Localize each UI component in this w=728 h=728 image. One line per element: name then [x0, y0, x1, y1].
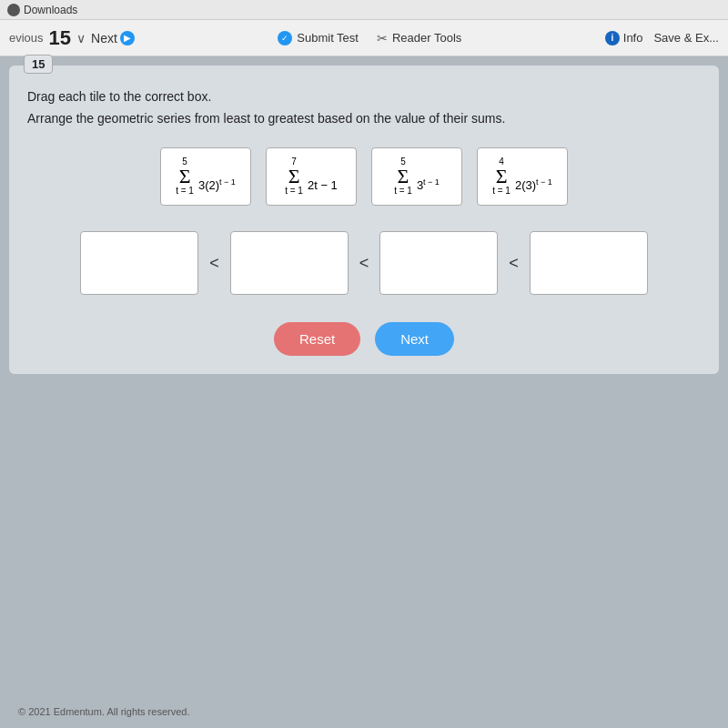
- submit-circle-icon: ✓: [278, 31, 292, 46]
- info-button[interactable]: i Info: [605, 31, 643, 46]
- buttons-area: Reset Next: [27, 322, 701, 356]
- footer-copyright: © 2021 Edmentum. All rights reserved.: [18, 706, 189, 717]
- less-than-1: <: [206, 254, 223, 273]
- question-card: 15 Drag each tile to the correct box. Ar…: [9, 66, 719, 374]
- tile-1[interactable]: 5 Σ t = 1 3(2)t − 1: [160, 147, 251, 206]
- tiles-area: 5 Σ t = 1 3(2)t − 1 7 Σ t = 1: [27, 147, 701, 206]
- tab-icon: [7, 4, 20, 16]
- save-button[interactable]: Save & Ex...: [653, 31, 719, 45]
- dropboxes-area: < < <: [27, 231, 701, 295]
- reader-tools-label: Reader Tools: [392, 31, 461, 45]
- main-content: 15 Drag each tile to the correct box. Ar…: [0, 56, 728, 728]
- toolbar-center: ✓ Submit Test ✂ Reader Tools: [144, 31, 596, 46]
- question-number-display: 15: [49, 26, 71, 50]
- reset-button[interactable]: Reset: [274, 322, 360, 356]
- tile-2[interactable]: 7 Σ t = 1 2t − 1: [266, 147, 357, 206]
- toolbar-left: evious 15 ∨ Next ▶: [9, 26, 135, 50]
- info-icon: i: [605, 31, 620, 46]
- tile-4[interactable]: 4 Σ t = 1 2(3)t − 1: [477, 147, 568, 206]
- reader-tools-button[interactable]: ✂ Reader Tools: [377, 31, 461, 46]
- reader-tools-icon: ✂: [377, 31, 388, 46]
- question-dropdown-icon[interactable]: ∨: [76, 31, 86, 46]
- browser-bar: Downloads: [0, 0, 728, 20]
- prev-button[interactable]: evious: [9, 31, 44, 45]
- next-button[interactable]: Next ▶: [91, 31, 135, 46]
- submit-test-label: Submit Test: [297, 31, 359, 45]
- app-toolbar: evious 15 ∨ Next ▶ ✓ Submit Test ✂ Reade…: [0, 20, 728, 56]
- next-arrow-icon: ▶: [120, 31, 135, 46]
- less-than-3: <: [505, 254, 522, 273]
- question-number-badge: 15: [24, 55, 53, 74]
- drop-box-1[interactable]: [80, 231, 198, 295]
- next-button-main[interactable]: Next: [375, 322, 454, 356]
- instruction-text: Drag each tile to the correct box.: [27, 89, 701, 104]
- submit-test-button[interactable]: ✓ Submit Test: [278, 31, 359, 46]
- tile-3[interactable]: 5 Σ t = 1 3t − 1: [371, 147, 462, 206]
- toolbar-right: i Info Save & Ex...: [605, 31, 719, 46]
- info-label: Info: [623, 31, 643, 45]
- downloads-tab-label[interactable]: Downloads: [24, 4, 77, 16]
- drop-box-4[interactable]: [530, 231, 648, 295]
- next-label: Next: [91, 31, 117, 46]
- drop-box-2[interactable]: [230, 231, 349, 295]
- less-than-2: <: [356, 254, 373, 273]
- arrange-text: Arrange the geometric series from least …: [27, 111, 701, 126]
- drop-box-3[interactable]: [379, 231, 498, 295]
